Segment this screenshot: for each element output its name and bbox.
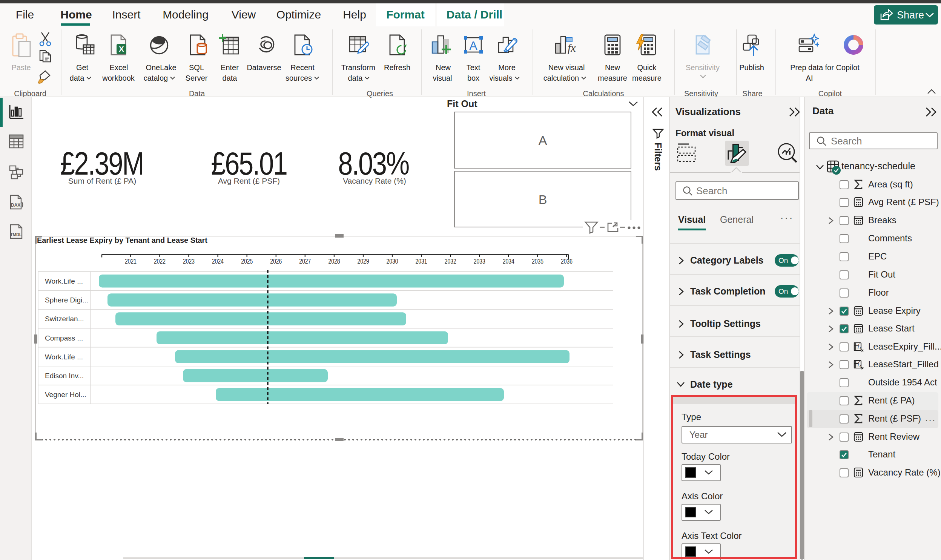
svg-text:Work.Life ...: Work.Life ... — [45, 353, 83, 361]
svg-text:2025: 2025 — [241, 258, 253, 265]
svg-text:Earliest Lease Expiry by Tenan: Earliest Lease Expiry by Tenant and Leas… — [37, 236, 208, 245]
svg-text:x: x — [859, 363, 862, 368]
svg-text:2029: 2029 — [358, 258, 369, 265]
svg-text:2022: 2022 — [154, 258, 166, 265]
svg-text:2033: 2033 — [474, 258, 485, 265]
svg-text:Vegner Hol...: Vegner Hol... — [45, 391, 86, 398]
svg-text:Work.Life ...: Work.Life ... — [45, 277, 83, 285]
svg-text:Switzerlan...: Switzerlan... — [45, 315, 84, 323]
svg-text:Compass ...: Compass ... — [45, 334, 83, 342]
svg-text:TMDL: TMDL — [10, 232, 22, 237]
svg-text:2021: 2021 — [125, 258, 137, 265]
svg-text:2026: 2026 — [270, 258, 282, 265]
svg-text:2027: 2027 — [299, 258, 311, 265]
svg-text:2034: 2034 — [503, 258, 514, 265]
svg-text:2032: 2032 — [445, 258, 457, 265]
svg-text:x: x — [859, 345, 862, 350]
svg-text:2024: 2024 — [212, 258, 224, 265]
svg-text:2030: 2030 — [387, 258, 398, 265]
svg-text:A: A — [469, 39, 477, 52]
svg-text:2036: 2036 — [561, 258, 572, 265]
svg-text:2023: 2023 — [183, 258, 195, 265]
svg-text:2035: 2035 — [532, 258, 543, 265]
svg-text:fx: fx — [567, 42, 576, 54]
svg-text:2031: 2031 — [416, 258, 427, 265]
svg-text:2028: 2028 — [328, 258, 340, 265]
svg-text:X: X — [119, 45, 124, 53]
svg-text:Sphere Digi...: Sphere Digi... — [45, 296, 88, 304]
svg-text:Edison Inv...: Edison Inv... — [45, 372, 84, 380]
svg-text:DAX: DAX — [11, 203, 20, 208]
